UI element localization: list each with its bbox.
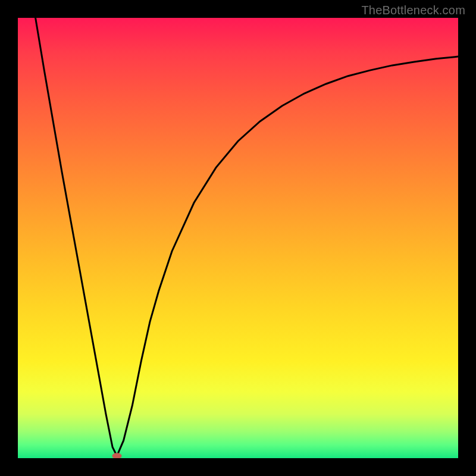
watermark-label: TheBottleneck.com — [361, 4, 465, 17]
plot-area — [18, 18, 458, 458]
bottleneck-curve — [36, 18, 458, 456]
frame-border-right — [458, 0, 476, 476]
curve-layer — [18, 18, 458, 458]
minimum-marker — [112, 453, 122, 458]
frame-border-left — [0, 0, 18, 476]
chart-frame: TheBottleneck.com — [0, 0, 476, 476]
frame-border-bottom — [0, 458, 476, 476]
